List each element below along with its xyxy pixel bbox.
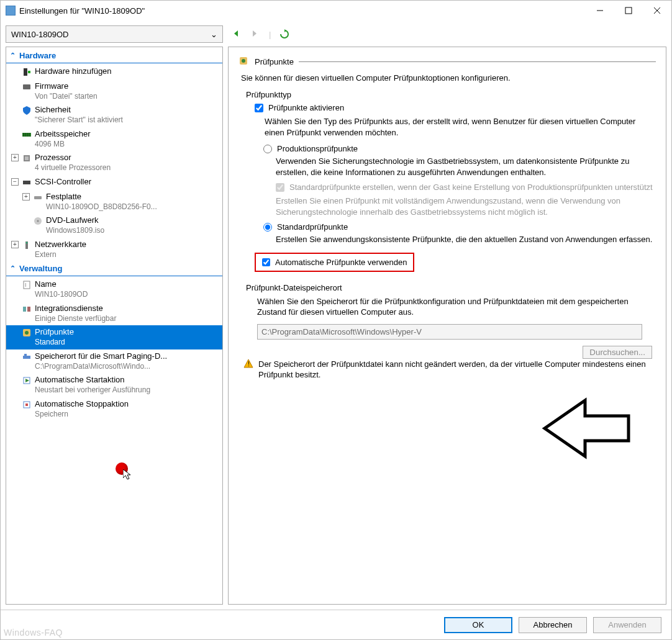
nav-checkpoints[interactable]: PrüfpunkteStandard: [6, 325, 222, 349]
nav-smartpaging[interactable]: Speicherort für die Smart Paging-D...C:\…: [6, 349, 222, 373]
svg-point-36: [242, 59, 245, 63]
svg-rect-27: [24, 354, 27, 356]
checkpoint-location-group: Prüfpunkt-Dateispeicherort Wählen Sie de…: [243, 283, 656, 340]
collapse-icon: ⌃: [10, 264, 16, 273]
close-button[interactable]: [643, 1, 671, 20]
name-icon: I: [21, 279, 32, 291]
expand-icon[interactable]: +: [11, 241, 19, 248]
production-radio-row[interactable]: Produktionsprüfpunkte: [263, 144, 656, 153]
svg-rect-26: [23, 356, 30, 359]
nav-integration[interactable]: IntegrationsdiensteEinige Dienste verfüg…: [6, 302, 222, 325]
auto-checkpoints-label: Automatische Prüfpunkte verwenden: [275, 258, 407, 267]
expand-icon[interactable]: +: [22, 193, 30, 201]
enable-checkpoints-row[interactable]: Prüfpunkte aktivieren: [255, 103, 656, 112]
memory-icon: [21, 129, 32, 140]
ok-button[interactable]: OK: [444, 617, 512, 633]
settings-window: Einstellungen für "WIN10-1809OD" WIN10-1…: [0, 0, 672, 640]
svg-marker-29: [25, 379, 29, 382]
standard-radio[interactable]: [263, 223, 272, 232]
firmware-icon: [21, 81, 32, 92]
cpu-icon: [21, 153, 32, 164]
nav-firmware[interactable]: FirmwareVon "Datei" starten: [6, 79, 222, 103]
harddisk-icon: [32, 192, 43, 203]
svg-rect-23: [27, 307, 30, 312]
browse-button: Durchsuchen...: [583, 346, 652, 359]
sidebar: WIN10-1809OD ⌄ ⌃ Hardware Hardware hinzu…: [6, 25, 223, 605]
paging-icon: [21, 351, 32, 363]
svg-rect-15: [34, 196, 42, 199]
nav-tree: ⌃ Hardware Hardware hinzufügen FirmwareV…: [6, 47, 223, 605]
auto-checkpoints-checkbox[interactable]: [262, 258, 270, 266]
integration-icon: [21, 304, 32, 315]
section-management[interactable]: ⌃ Verwaltung: [6, 261, 222, 276]
nav-processor[interactable]: + Prozessor4 virtuelle Prozessoren: [6, 151, 222, 174]
svg-rect-4: [24, 68, 27, 76]
auto-checkpoints-highlight: Automatische Prüfpunkte verwenden: [255, 253, 414, 272]
titlebar: Einstellungen für "WIN10-1809OD": [1, 1, 671, 20]
svg-marker-34: [284, 29, 286, 32]
app-icon: [6, 6, 16, 16]
vm-dropdown[interactable]: WIN10-1809OD ⌄: [6, 25, 223, 43]
nav-autostop[interactable]: Automatische StoppaktionSpeichern: [6, 397, 222, 421]
expand-icon[interactable]: +: [11, 154, 19, 161]
disc-icon: [32, 215, 43, 227]
fallback-checkbox: [276, 183, 284, 192]
nav-security[interactable]: Sicherheit"Sicherer Start" ist aktiviert: [6, 103, 222, 127]
svg-rect-22: [23, 307, 26, 312]
standard-radio-row[interactable]: Standardprüfpunkte: [263, 222, 656, 232]
checkpoint-type-group: Prüfpunkttyp Prüfpunkte aktivieren Wähle…: [243, 90, 656, 274]
nav-scsi[interactable]: − SCSI-Controller: [6, 175, 222, 190]
apply-button: Anwenden: [593, 617, 661, 633]
svg-rect-5: [28, 71, 30, 73]
detail-pane: | Prüfpunkte Sie können für diesen virtu…: [228, 25, 666, 605]
nav-autostart[interactable]: Automatische StartaktionNeustart bei vor…: [6, 373, 222, 397]
vm-dropdown-value: WIN10-1809OD: [11, 30, 68, 39]
section-hardware[interactable]: ⌃ Hardware: [6, 48, 222, 63]
nav-memory[interactable]: Arbeitsspeicher4096 MB: [6, 127, 222, 151]
svg-point-17: [37, 220, 39, 222]
nav-dvd[interactable]: DVD-LaufwerkWindows1809.iso: [6, 214, 222, 237]
svg-rect-14: [23, 181, 30, 184]
warning-icon: !: [243, 359, 253, 369]
enable-checkpoints-checkbox[interactable]: [255, 104, 263, 112]
svg-rect-13: [25, 156, 29, 160]
nav-forward-button[interactable]: [250, 29, 260, 39]
svg-point-19: [26, 241, 28, 243]
svg-point-25: [25, 331, 29, 335]
fallback-checkbox-row: Standardprüfpunkte erstellen, wenn der G…: [276, 183, 656, 192]
intro-text: Sie können für diesen virtuellen Compute…: [241, 73, 656, 83]
nav-name[interactable]: I NameWIN10-1809OD: [6, 277, 222, 301]
network-icon: [21, 240, 32, 251]
toolbar: |: [228, 25, 666, 43]
dialog-footer: OK Abbrechen Anwenden: [1, 610, 671, 639]
autostop-icon: [21, 399, 32, 410]
svg-marker-32: [234, 30, 238, 37]
autostart-icon: [21, 375, 32, 386]
nav-add-hardware[interactable]: Hardware hinzufügen: [6, 65, 222, 79]
controller-icon: [21, 177, 32, 188]
svg-marker-40: [545, 400, 629, 456]
svg-text:!: !: [248, 361, 250, 367]
minimize-button[interactable]: [586, 1, 614, 20]
svg-marker-39: [123, 469, 130, 479]
refresh-button[interactable]: [279, 29, 289, 39]
nav-harddisk[interactable]: + FestplatteWIN10-1809OD_B8D8D256-F0...: [6, 190, 222, 214]
chevron-down-icon: ⌄: [211, 30, 217, 39]
collapse-icon: ⌃: [10, 52, 16, 60]
annotation-arrow-icon: [542, 397, 635, 466]
nav-network[interactable]: + NetzwerkkarteExtern: [6, 238, 222, 261]
production-radio[interactable]: [263, 145, 272, 153]
detail-title: Prüfpunkte: [255, 57, 294, 66]
collapse-icon[interactable]: −: [11, 178, 19, 186]
window-title: Einstellungen für "WIN10-1809OD": [19, 6, 586, 16]
nav-back-button[interactable]: [232, 29, 242, 39]
warning-row: ! Der Speicherort der Prüfpunktdatei kan…: [243, 359, 656, 381]
path-input: C:\ProgramData\Microsoft\Windows\Hyper-V: [257, 324, 642, 340]
checkpoint-icon: [21, 327, 32, 338]
cursor-icon: [123, 469, 134, 480]
cancel-button[interactable]: Abbrechen: [519, 617, 587, 633]
svg-rect-6: [23, 84, 30, 89]
svg-rect-31: [25, 403, 28, 406]
shield-icon: [21, 105, 32, 116]
maximize-button[interactable]: [614, 1, 643, 20]
